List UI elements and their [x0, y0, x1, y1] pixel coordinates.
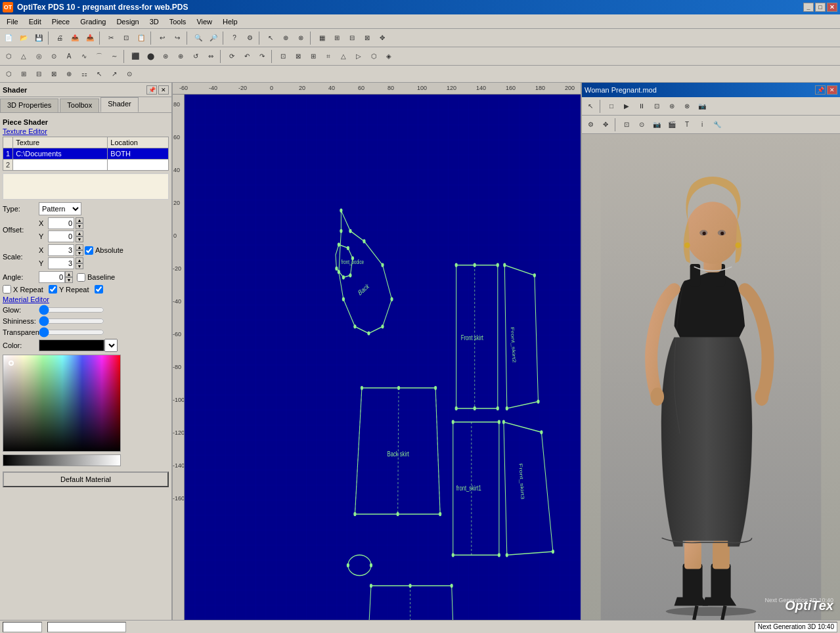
menu-file[interactable]: File	[1, 16, 24, 27]
tb2-btn13[interactable]: ↺	[188, 49, 203, 64]
3d-tb2-btn5[interactable]: 📷	[650, 118, 664, 132]
tb3-btn9[interactable]: ⊙	[122, 67, 137, 81]
model-view[interactable]: OptiTex Next Generation 3D 10:40	[582, 134, 840, 620]
right-panel-close[interactable]: ✕	[827, 85, 837, 95]
tb3-btn3[interactable]: ⊟	[32, 67, 46, 81]
tb2-btn23[interactable]: ▷	[351, 49, 366, 64]
tb2-btn5[interactable]: A	[62, 49, 76, 64]
tb2-btn24[interactable]: ⬡	[366, 49, 381, 64]
tb3-btn6[interactable]: ⚏	[77, 67, 91, 81]
type-select[interactable]: Pattern Solid Gradient	[39, 202, 81, 215]
menu-design[interactable]: Design	[111, 16, 144, 27]
angle-down[interactable]: ▼	[65, 277, 73, 283]
tb2-btn17[interactable]: ↷	[255, 49, 269, 64]
tb3-btn4[interactable]: ⊠	[47, 67, 61, 81]
tb2-btn25[interactable]: ◈	[382, 49, 396, 64]
3d-pause-button[interactable]: ⏸	[634, 99, 649, 114]
menu-tools[interactable]: Tools	[164, 16, 192, 27]
maximize-button[interactable]: □	[815, 3, 826, 12]
tb-btn13[interactable]: ⊗	[294, 31, 308, 45]
texture-row-1[interactable]: 1 C:\Documents BOTH	[3, 148, 169, 160]
scale-x-input[interactable]	[48, 244, 74, 256]
tb-btn6[interactable]: 📋	[134, 31, 148, 45]
tb-btn12[interactable]: ⊕	[278, 31, 293, 45]
tb-btn17[interactable]: ⊠	[360, 31, 374, 45]
x-repeat-checkbox[interactable]	[3, 285, 11, 294]
undo-button[interactable]: ↩	[155, 31, 169, 45]
tb2-btn14[interactable]: ⇔	[204, 49, 218, 64]
tb2-btn4[interactable]: ⊙	[47, 49, 61, 64]
offset-y-input[interactable]	[48, 230, 74, 242]
tb-btn10[interactable]: ⚙	[242, 31, 257, 45]
default-material-button[interactable]: Default Material	[3, 471, 169, 487]
scale-x-up[interactable]: ▲	[76, 244, 83, 250]
tb3-btn8[interactable]: ↗	[107, 67, 122, 81]
3d-tb2-btn1[interactable]: ⚙	[583, 118, 598, 132]
material-editor-link[interactable]: Material Editor	[3, 295, 169, 303]
3d-tb2-btn2[interactable]: ✥	[598, 118, 613, 132]
save-button[interactable]: 💾	[32, 31, 46, 45]
menu-piece[interactable]: Piece	[47, 16, 76, 27]
right-panel-pin[interactable]: 📌	[815, 85, 826, 95]
menu-help[interactable]: Help	[217, 16, 243, 27]
print-button[interactable]: 🖨	[53, 31, 67, 45]
menu-3d[interactable]: 3D	[144, 16, 164, 27]
scale-y-down[interactable]: ▼	[76, 263, 83, 269]
tb2-btn8[interactable]: ∼	[107, 49, 122, 64]
color-canvas[interactable]	[3, 355, 121, 452]
close-button[interactable]: ✕	[827, 3, 837, 12]
tb2-btn1[interactable]: ⬡	[1, 49, 16, 64]
tb-btn14[interactable]: ▦	[315, 31, 329, 45]
tb2-btn7[interactable]: ⌒	[92, 49, 106, 64]
3d-tb2-btn8[interactable]: i	[695, 118, 709, 132]
tb2-btn11[interactable]: ⊛	[158, 49, 173, 64]
tb3-btn1[interactable]: ⬡	[1, 67, 16, 81]
tb2-btn15[interactable]: ⟳	[225, 49, 239, 64]
tb2-btn19[interactable]: ⊠	[291, 49, 305, 64]
tb3-btn5[interactable]: ⊕	[62, 67, 76, 81]
select-button[interactable]: ↖	[263, 31, 278, 45]
glow-slider[interactable]	[39, 305, 104, 315]
offset-x-input[interactable]	[48, 217, 74, 229]
minimize-button[interactable]: _	[803, 3, 814, 12]
offset-x-down[interactable]: ▼	[76, 223, 83, 229]
tb2-btn12[interactable]: ⊕	[173, 49, 188, 64]
3d-tb2-btn4[interactable]: ⊙	[634, 118, 649, 132]
menu-grading[interactable]: Grading	[75, 16, 111, 27]
scale-y-up[interactable]: ▲	[76, 257, 83, 263]
tb-btn4[interactable]: ✂	[104, 31, 118, 45]
menu-edit[interactable]: Edit	[24, 16, 47, 27]
transparency-slider[interactable]	[39, 328, 104, 337]
3d-tb2-btn6[interactable]: 🎬	[665, 118, 679, 132]
tb-btn5[interactable]: ⊡	[119, 31, 133, 45]
texture-editor-link[interactable]: Texture Editor	[3, 127, 169, 135]
zoom-button[interactable]: 🔍	[191, 31, 206, 45]
3d-tb-btn1[interactable]: ↖	[583, 99, 598, 114]
3d-tb-btn2[interactable]: □	[604, 99, 619, 114]
tb-btn2[interactable]: 📤	[68, 31, 82, 45]
menu-view[interactable]: View	[191, 16, 217, 27]
tab-3d-properties[interactable]: 3D Properties	[0, 98, 58, 112]
new-button[interactable]: 📄	[1, 31, 16, 45]
scale-x-down[interactable]: ▼	[76, 250, 83, 256]
color-picker-area[interactable]	[3, 355, 121, 452]
color-dropdown[interactable]	[104, 339, 118, 352]
absolute-checkbox[interactable]	[85, 246, 93, 255]
tb2-btn22[interactable]: △	[336, 49, 351, 64]
open-button[interactable]: 📂	[16, 31, 31, 45]
y-repeat-checkbox[interactable]	[49, 285, 57, 294]
color-box[interactable]	[39, 339, 104, 351]
scale-y-input[interactable]	[48, 257, 74, 269]
3d-tb2-btn7[interactable]: T	[680, 118, 694, 132]
3d-tb-btn5[interactable]: ⊡	[650, 99, 664, 114]
angle-up[interactable]: ▲	[65, 271, 73, 277]
canvas-area[interactable]: Back	[185, 95, 581, 620]
zoom-out-button[interactable]: 🔎	[206, 31, 221, 45]
angle-input[interactable]	[39, 271, 65, 283]
tb2-btn21[interactable]: ⌗	[321, 49, 336, 64]
tb2-btn18[interactable]: ⊡	[276, 49, 290, 64]
tb-btn18[interactable]: ✥	[375, 31, 389, 45]
3d-tb-btn6[interactable]: ⊛	[665, 99, 679, 114]
tab-toolbox[interactable]: Toolbox	[60, 98, 99, 112]
help-button[interactable]: ?	[227, 31, 242, 45]
